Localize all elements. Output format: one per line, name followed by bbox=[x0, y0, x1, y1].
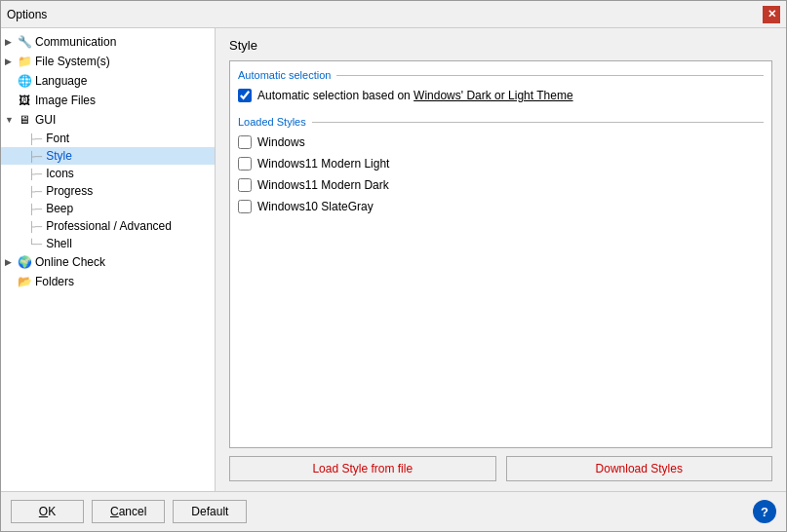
icon-gui: 🖥 bbox=[17, 112, 32, 128]
sidebar-item-progress[interactable]: ├─ Progress bbox=[1, 182, 215, 200]
label-folders: Folders bbox=[35, 275, 74, 288]
footer: OK Cancel Default ? bbox=[1, 491, 786, 531]
style-win11light-row[interactable]: Windows11 Modern Light bbox=[238, 155, 764, 172]
sidebar-item-communication[interactable]: ▶ 🔧 Communication bbox=[1, 32, 215, 52]
dot-shell: └─ bbox=[28, 239, 42, 249]
load-style-button[interactable]: Load Style from file bbox=[229, 456, 496, 481]
automatic-divider-line bbox=[336, 75, 764, 76]
arrow-gui: ▼ bbox=[5, 115, 17, 125]
close-button[interactable]: ✕ bbox=[763, 6, 780, 23]
style-action-buttons: Load Style from file Download Styles bbox=[229, 456, 772, 481]
options-window: Options ✕ ▶ 🔧 Communication ▶ 📁 File Sys… bbox=[0, 0, 787, 532]
style-windows-label: Windows bbox=[257, 135, 305, 149]
window-title: Options bbox=[7, 8, 47, 21]
sidebar-item-filesystem[interactable]: ▶ 📁 File System(s) bbox=[1, 52, 215, 71]
label-font: Font bbox=[46, 132, 69, 145]
style-win10slate-checkbox[interactable] bbox=[238, 200, 252, 213]
icon-folders: 📂 bbox=[17, 274, 32, 289]
automatic-section-divider: Automatic selection bbox=[238, 69, 764, 81]
label-style: Style bbox=[46, 149, 72, 163]
cancel-rest: ancel bbox=[119, 505, 147, 518]
style-windows-row[interactable]: Windows bbox=[238, 133, 764, 151]
sidebar-item-folders[interactable]: ▶ 📂 Folders bbox=[1, 272, 215, 291]
label-icons: Icons bbox=[46, 167, 74, 180]
icon-onlinecheck: 🌍 bbox=[17, 254, 32, 270]
sidebar-item-style[interactable]: ├─ Style bbox=[1, 147, 215, 165]
label-onlinecheck: Online Check bbox=[35, 255, 105, 269]
ok-rest: K bbox=[48, 505, 56, 518]
automatic-highlight-text: Windows' Dark or Light Theme bbox=[413, 89, 572, 102]
sidebar-item-onlinecheck[interactable]: ▶ 🌍 Online Check bbox=[1, 252, 215, 272]
loaded-styles-section-divider: Loaded Styles bbox=[238, 116, 764, 128]
main-panel: Style Automatic selection Automatic sele… bbox=[216, 28, 786, 491]
loaded-styles-divider-line bbox=[312, 122, 764, 123]
panel-title: Style bbox=[229, 38, 772, 53]
default-button[interactable]: Default bbox=[173, 500, 247, 523]
label-professional: Professional / Advanced bbox=[46, 219, 172, 233]
arrow-communication: ▶ bbox=[5, 37, 17, 47]
dot-style: ├─ bbox=[28, 151, 42, 162]
sidebar-item-shell[interactable]: └─ Shell bbox=[1, 235, 215, 252]
label-communication: Communication bbox=[35, 35, 116, 49]
style-win11light-checkbox[interactable] bbox=[238, 157, 252, 171]
automatic-section-label: Automatic selection bbox=[238, 69, 331, 81]
style-win11dark-row[interactable]: Windows11 Modern Dark bbox=[238, 176, 764, 194]
style-content-box: Automatic selection Automatic selection … bbox=[229, 60, 772, 448]
automatic-selection-row[interactable]: Automatic selection based on Windows' Da… bbox=[238, 87, 764, 104]
automatic-checkbox[interactable] bbox=[238, 89, 252, 102]
style-win11dark-checkbox[interactable] bbox=[238, 178, 252, 192]
dot-icons: ├─ bbox=[28, 169, 42, 179]
sidebar-item-language[interactable]: ▶ 🌐 Language bbox=[1, 71, 215, 91]
icon-filesystem: 📁 bbox=[17, 54, 32, 69]
arrow-onlinecheck: ▶ bbox=[5, 257, 17, 267]
cancel-button[interactable]: Cancel bbox=[92, 500, 165, 523]
label-filesystem: File System(s) bbox=[35, 55, 110, 68]
label-shell: Shell bbox=[46, 237, 72, 250]
label-language: Language bbox=[35, 74, 87, 88]
label-progress: Progress bbox=[46, 184, 93, 198]
sidebar-item-font[interactable]: ├─ Font bbox=[1, 130, 215, 147]
dot-beep: ├─ bbox=[28, 204, 42, 214]
style-win10slate-label: Windows10 SlateGray bbox=[257, 200, 374, 213]
help-button[interactable]: ? bbox=[753, 500, 776, 523]
dot-progress: ├─ bbox=[28, 186, 42, 197]
content-area: ▶ 🔧 Communication ▶ 📁 File System(s) ▶ 🌐… bbox=[1, 28, 786, 491]
style-windows-checkbox[interactable] bbox=[238, 135, 252, 149]
style-win11dark-label: Windows11 Modern Dark bbox=[257, 178, 389, 192]
dot-professional: ├─ bbox=[28, 221, 42, 232]
sidebar-item-gui[interactable]: ▼ 🖥 GUI bbox=[1, 110, 215, 130]
sidebar-item-icons[interactable]: ├─ Icons bbox=[1, 165, 215, 182]
icon-imagefiles: 🖼 bbox=[17, 93, 32, 108]
ok-underline: O bbox=[39, 505, 48, 518]
loaded-styles-label: Loaded Styles bbox=[238, 116, 306, 128]
automatic-label-text: Automatic selection based on bbox=[257, 89, 413, 102]
cancel-underline: C bbox=[110, 505, 119, 518]
title-bar: Options ✕ bbox=[1, 1, 786, 28]
label-gui: GUI bbox=[35, 113, 56, 127]
label-beep: Beep bbox=[46, 202, 73, 215]
sidebar-tree: ▶ 🔧 Communication ▶ 📁 File System(s) ▶ 🌐… bbox=[1, 28, 216, 491]
dot-font: ├─ bbox=[28, 133, 42, 144]
sidebar-item-professional[interactable]: ├─ Professional / Advanced bbox=[1, 217, 215, 235]
ok-button[interactable]: OK bbox=[11, 500, 84, 523]
automatic-checkbox-label: Automatic selection based on Windows' Da… bbox=[257, 89, 573, 102]
icon-language: 🌐 bbox=[17, 73, 32, 89]
sidebar-item-beep[interactable]: ├─ Beep bbox=[1, 200, 215, 217]
label-imagefiles: Image Files bbox=[35, 94, 96, 107]
style-win10slate-row[interactable]: Windows10 SlateGray bbox=[238, 198, 764, 215]
style-win11light-label: Windows11 Modern Light bbox=[257, 157, 389, 171]
download-styles-button[interactable]: Download Styles bbox=[506, 456, 773, 481]
arrow-filesystem: ▶ bbox=[5, 57, 17, 66]
icon-communication: 🔧 bbox=[17, 34, 32, 50]
sidebar-item-imagefiles[interactable]: ▶ 🖼 Image Files bbox=[1, 91, 215, 110]
